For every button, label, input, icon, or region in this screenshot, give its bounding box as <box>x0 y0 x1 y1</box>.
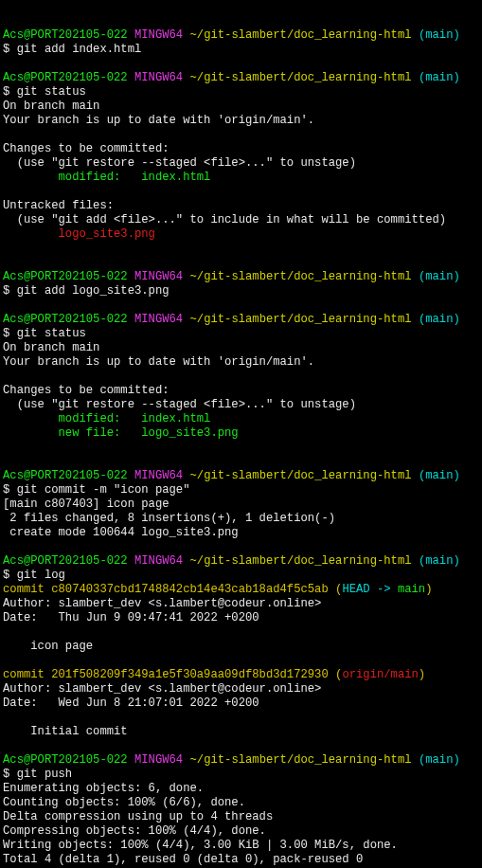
output-line: 2 files changed, 8 insertions(+), 1 dele… <box>3 512 335 525</box>
staged-file: modified: index.html <box>3 412 210 425</box>
staged-file: new file: logo_site3.png <box>3 426 239 440</box>
output-line: Your branch is up to date with 'origin/m… <box>3 114 314 127</box>
terminal[interactable]: Acs@PORT202105-022 MINGW64 ~/git-slamber… <box>3 28 482 868</box>
prompt-branch: (main) <box>419 28 460 42</box>
output-line: Compressing objects: 100% (4/4), done. <box>3 824 266 838</box>
output-line: (use "git restore --staged <file>..." to… <box>3 156 356 170</box>
command: $ git add logo_site3.png <box>3 284 170 298</box>
staged-file: modified: index.html <box>3 171 210 184</box>
output-line: Date: Thu Jun 9 09:47:41 2022 +0200 <box>3 611 259 624</box>
prompt-path: ~/git-slambert/doc_learning-html <box>190 28 412 42</box>
output-line: Total 4 (delta 1), reused 0 (delta 0), p… <box>3 853 363 866</box>
output-line: Initial commit <box>3 725 128 738</box>
output-line: Counting objects: 100% (6/6), done. <box>3 796 245 809</box>
prompt-host: MINGW64 <box>134 28 183 42</box>
untracked-file: logo_site3.png <box>3 227 155 241</box>
commit-origin: commit 201f508209f349a1e5f30a9aa09df8bd3… <box>3 668 425 681</box>
output-line: Delta compression using up to 4 threads <box>3 810 273 823</box>
output-line: Changes to be committed: <box>3 142 170 155</box>
prompt: Acs@PORT202105-022 MINGW64 ~/git-slamber… <box>3 554 460 568</box>
command: $ git log <box>3 569 65 582</box>
command: $ git status <box>3 85 86 99</box>
output-line: create mode 100644 logo_site3.png <box>3 526 239 539</box>
output-line: Changes to be committed: <box>3 384 170 397</box>
output-line: Author: slambert_dev <s.lambert@codeur.o… <box>3 597 321 610</box>
output-line: Writing objects: 100% (4/4), 3.00 KiB | … <box>3 839 398 852</box>
command: $ git status <box>3 327 86 340</box>
output-line: Untracked files: <box>3 199 114 212</box>
output-line: Your branch is up to date with 'origin/m… <box>3 355 314 369</box>
prompt: Acs@PORT202105-022 MINGW64 ~/git-slamber… <box>3 469 460 482</box>
output-line: On branch main <box>3 341 99 354</box>
prompt: Acs@PORT202105-022 MINGW64 ~/git-slamber… <box>3 313 460 326</box>
commit-head: commit c80740337cbd1748842cb14e43cab18ad… <box>3 583 432 596</box>
output-line: Enumerating objects: 6, done. <box>3 782 204 795</box>
prompt: Acs@PORT202105-022 MINGW64 ~/git-slamber… <box>3 753 460 767</box>
command: $ git add index.html <box>3 43 141 56</box>
command: $ git commit -m "icon page" <box>3 483 189 497</box>
command: $ git push <box>3 768 72 781</box>
output-line: icon page <box>3 640 93 653</box>
output-line: (use "git restore --staged <file>..." to… <box>3 398 356 411</box>
output-line: Author: slambert_dev <s.lambert@codeur.o… <box>3 682 321 696</box>
output-line: (use "git add <file>..." to include in w… <box>3 213 446 226</box>
prompt: Acs@PORT202105-022 MINGW64 ~/git-slamber… <box>3 28 460 42</box>
output-line: Date: Wed Jun 8 21:07:01 2022 +0200 <box>3 696 259 710</box>
prompt: Acs@PORT202105-022 MINGW64 ~/git-slamber… <box>3 71 460 84</box>
output-line: [main c807403] icon page <box>3 497 170 511</box>
prompt: Acs@PORT202105-022 MINGW64 ~/git-slamber… <box>3 270 460 283</box>
output-line: On branch main <box>3 99 99 113</box>
prompt-user: Acs@PORT202105-022 <box>3 28 128 42</box>
